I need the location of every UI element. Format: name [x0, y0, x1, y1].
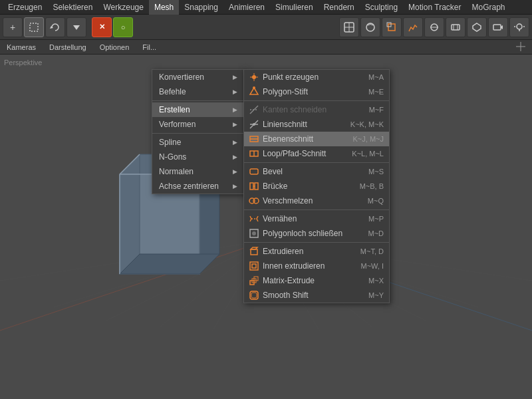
- tool-camera[interactable]: [488, 17, 508, 37]
- sub-darstellung[interactable]: Darstellung: [47, 43, 89, 51]
- ebenenschnitt-label: Ebenenschnitt: [263, 134, 313, 144]
- item-bruecke[interactable]: Brücke M~B, B: [244, 179, 389, 194]
- item-punkt-erzeugen[interactable]: Punkt erzeugen M~A: [244, 70, 389, 84]
- svg-point-58: [253, 86, 255, 89]
- polygon-stift-icon: [248, 86, 260, 98]
- top-menubar: Erzeugen Selektieren Werkzeuge Mesh Snap…: [0, 0, 532, 15]
- menu-normalen[interactable]: Normalen: [152, 164, 244, 179]
- extrudieren-label: Extrudieren: [263, 247, 303, 256]
- item-innen-extrudieren[interactable]: Innen extrudieren M~W, I: [244, 259, 389, 273]
- viewport[interactable]: Perspektive Konvertieren Befehle Erstell…: [0, 55, 532, 399]
- loop-pfad-schnitt-shortcut: K~L, M~L: [352, 150, 384, 158]
- item-kanten-schneiden[interactable]: Kanten schneiden M~F: [244, 102, 389, 117]
- svg-rect-68: [250, 169, 258, 174]
- item-matrix-extrude[interactable]: Matrix-Extrude M~X: [244, 273, 389, 288]
- verschmelzen-shortcut: M~Q: [368, 197, 384, 205]
- bruecke-label: Brücke: [263, 182, 287, 191]
- matrix-extrude-shortcut: M~X: [368, 277, 384, 285]
- bevel-label: Bevel: [263, 167, 283, 176]
- punkt-erzeugen-shortcut: M~A: [368, 73, 384, 81]
- tool-down[interactable]: [66, 17, 86, 37]
- tool-r7[interactable]: [467, 17, 487, 37]
- smooth-shift-shortcut: M~Y: [368, 291, 384, 299]
- tool-r5[interactable]: [424, 17, 444, 37]
- menu-ngons[interactable]: N-Gons: [152, 150, 244, 164]
- smooth-shift-label: Smooth Shift: [263, 291, 309, 300]
- svg-rect-70: [255, 183, 258, 190]
- tool-r1[interactable]: [339, 17, 359, 37]
- polygon-stift-label: Polygon-Stift: [263, 87, 308, 96]
- matrix-extrude-icon: [248, 275, 260, 287]
- svg-point-73: [253, 198, 259, 203]
- item-loop-pfad-schnitt[interactable]: Loop/Pfad-Schnitt K~L, M~L: [244, 146, 389, 161]
- sub-sep-3: [244, 209, 389, 210]
- item-smooth-shift[interactable]: Smooth Shift M~Y: [244, 288, 389, 303]
- menu-mesh[interactable]: Mesh: [149, 0, 179, 15]
- innen-extrudieren-label: Innen extrudieren: [263, 261, 325, 271]
- vernaehen-icon: [248, 213, 260, 225]
- item-bevel[interactable]: Bevel M~S: [244, 164, 389, 179]
- sub-filter[interactable]: Fil...: [140, 43, 159, 51]
- menu-selektieren[interactable]: Selektieren: [47, 0, 98, 15]
- svg-rect-11: [452, 25, 460, 30]
- linienschnitt-shortcut: K~K, M~K: [350, 120, 384, 128]
- punkt-erzeugen-label: Punkt erzeugen: [263, 72, 319, 82]
- menu-simulieren[interactable]: Simulieren: [270, 0, 319, 15]
- polygonloch-shortcut: M~D: [368, 229, 384, 237]
- tool-r3[interactable]: [382, 17, 402, 37]
- item-extrudieren[interactable]: Extrudieren M~T, D: [244, 244, 389, 259]
- separator-2: [152, 133, 244, 134]
- svg-marker-14: [473, 23, 481, 31]
- tool-light[interactable]: [509, 17, 529, 37]
- sub-kameras[interactable]: Kameras: [4, 43, 39, 51]
- sub-toolbar: Kameras Darstellung Optionen Fil...: [0, 40, 532, 55]
- matrix-extrude-label: Matrix-Extrude: [263, 276, 315, 285]
- menu-rendern[interactable]: Rendern: [319, 0, 360, 15]
- item-vernaehen[interactable]: Vernähen M~P: [244, 211, 389, 226]
- tool-r6[interactable]: [446, 17, 466, 37]
- tool-add[interactable]: +: [3, 17, 23, 37]
- item-ebenenschnitt[interactable]: Ebenenschnitt K~J, M~J: [244, 132, 389, 146]
- extrudieren-shortcut: M~T, D: [360, 247, 384, 255]
- menu-spline[interactable]: Spline: [152, 135, 244, 150]
- vernaehen-shortcut: M~P: [368, 215, 384, 223]
- mesh-dropdown-menu[interactable]: Konvertieren Befehle Erstellen Verformen…: [152, 69, 245, 194]
- ebenenschnitt-icon: [248, 133, 260, 145]
- menu-werkzeuge[interactable]: Werkzeuge: [98, 0, 148, 15]
- verschmelzen-icon: [248, 195, 260, 207]
- erstellen-submenu[interactable]: Punkt erzeugen M~A Polygon-Stift M~E Kan…: [243, 69, 390, 303]
- item-linienschnitt[interactable]: Linienschnitt K~K, M~K: [244, 117, 389, 132]
- sub-optionen[interactable]: Optionen: [97, 43, 132, 51]
- item-polygon-stift[interactable]: Polygon-Stift M~E: [244, 84, 389, 99]
- menu-verformen[interactable]: Verformen: [152, 117, 244, 132]
- kanten-schneiden-icon: [248, 104, 260, 116]
- svg-rect-8: [387, 23, 391, 27]
- svg-rect-7: [388, 24, 395, 31]
- svg-rect-80: [252, 264, 256, 268]
- tool-rotate[interactable]: [45, 17, 65, 37]
- item-verschmelzen[interactable]: Verschmelzen M~Q: [244, 194, 389, 208]
- item-polygonloch-schliessen[interactable]: Polygonloch schließen M~D: [244, 226, 389, 241]
- tool-y-axis[interactable]: ○: [113, 17, 133, 37]
- menu-erzeugen[interactable]: Erzeugen: [3, 0, 47, 15]
- menu-mograph[interactable]: MoGraph: [466, 0, 510, 15]
- tool-r2[interactable]: [360, 17, 380, 37]
- menu-motion-tracker[interactable]: Motion Tracker: [403, 0, 466, 15]
- svg-point-63: [253, 123, 255, 126]
- menu-snapping[interactable]: Snapping: [179, 0, 223, 15]
- tool-select-rect[interactable]: [24, 17, 44, 37]
- menu-erstellen[interactable]: Erstellen: [152, 102, 244, 117]
- tool-x-axis[interactable]: ✕: [92, 17, 112, 37]
- menu-konvertieren[interactable]: Konvertieren: [152, 70, 244, 84]
- svg-marker-1: [50, 26, 53, 29]
- menu-sculpting[interactable]: Sculpting: [360, 0, 403, 15]
- sub-viewport-controls[interactable]: [513, 42, 528, 53]
- menu-achse-zentrieren[interactable]: Achse zentrieren: [152, 179, 244, 194]
- linienschnitt-label: Linienschnitt: [263, 120, 307, 129]
- menu-befehle[interactable]: Befehle: [152, 84, 244, 99]
- loop-pfad-schnitt-icon: [248, 148, 260, 160]
- perspective-label: Perspektive: [4, 59, 42, 66]
- tool-r4[interactable]: [403, 17, 423, 37]
- toolbar: + ✕ ○: [0, 15, 532, 40]
- menu-animieren[interactable]: Animieren: [223, 0, 270, 15]
